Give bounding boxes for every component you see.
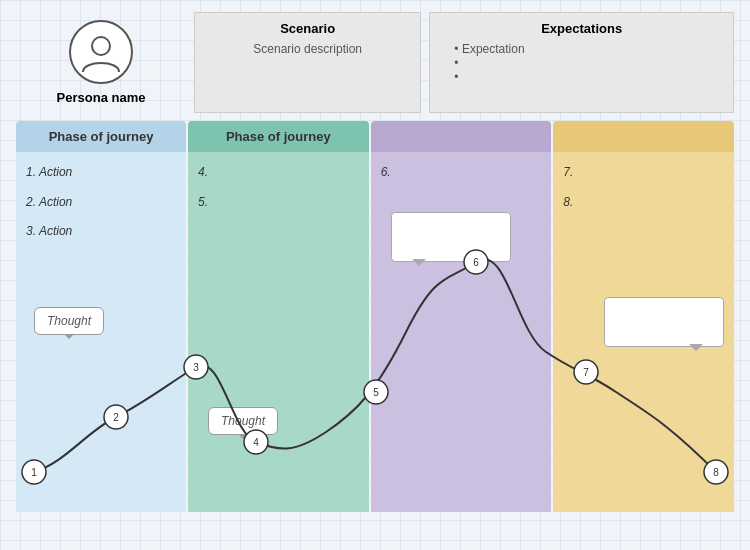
action-list-3: 6. — [381, 162, 542, 184]
action-list-2: 4. 5. — [198, 162, 359, 213]
phase-header-1: Phase of journey — [16, 121, 186, 152]
expectation-item-2 — [454, 56, 717, 70]
phase-col-4: 7. 8. — [553, 152, 734, 512]
thought-bubble-2: Thought — [208, 407, 278, 435]
phase-header-2: Phase of journey — [188, 121, 369, 152]
action-4-2: 8. — [563, 192, 724, 214]
action-list-1: 1. Action 2. Action 3. Action — [26, 162, 176, 243]
action-1-3: 3. Action — [26, 221, 176, 243]
persona-area: Persona name — [16, 12, 186, 113]
scenario-description: Scenario description — [211, 42, 404, 56]
expectations-title: Expectations — [446, 21, 717, 36]
svg-point-0 — [92, 37, 110, 55]
phase-col-2: 4. 5. Thought — [188, 152, 369, 512]
phases-header-row: Phase of journey Phase of journey — [16, 121, 734, 152]
person-icon — [79, 30, 123, 74]
expectations-list: Expectation — [446, 42, 717, 84]
action-1-1: 1. Action — [26, 162, 176, 184]
speech-bubble-2 — [604, 297, 724, 347]
action-1-2: 2. Action — [26, 192, 176, 214]
thought-bubble-1: Thought — [34, 307, 104, 335]
action-4-1: 7. — [563, 162, 724, 184]
speech-bubble-1 — [391, 212, 511, 262]
phase-header-3 — [371, 121, 552, 152]
persona-name: Persona name — [57, 90, 146, 105]
phase-col-3: 6. — [371, 152, 552, 512]
main-content-area: 1. Action 2. Action 3. Action Thought 4.… — [16, 152, 734, 512]
expectation-item-1: Expectation — [454, 42, 717, 56]
expectation-item-3 — [454, 70, 717, 84]
expectations-box: Expectations Expectation — [429, 12, 734, 113]
action-2-2: 5. — [198, 192, 359, 214]
phase-header-4 — [553, 121, 734, 152]
action-list-4: 7. 8. — [563, 162, 724, 213]
phase-col-1: 1. Action 2. Action 3. Action Thought — [16, 152, 186, 512]
action-2-1: 4. — [198, 162, 359, 184]
persona-avatar — [69, 20, 133, 84]
scenario-box: Scenario Scenario description — [194, 12, 421, 113]
action-3-1: 6. — [381, 162, 542, 184]
scenario-title: Scenario — [211, 21, 404, 36]
